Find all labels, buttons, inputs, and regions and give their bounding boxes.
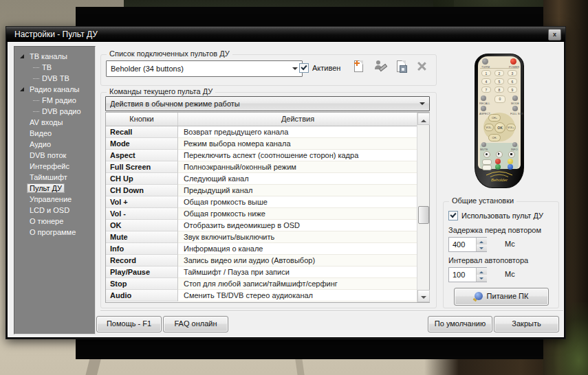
spin-down-button[interactable] — [476, 245, 487, 251]
tree-expander-icon[interactable] — [20, 87, 24, 91]
command-row[interactable]: Vol -Общая громкость ниже — [106, 208, 417, 220]
button-name-cell[interactable]: Audio — [106, 290, 178, 302]
chevron-down-icon[interactable] — [292, 67, 298, 73]
button-name-cell[interactable]: Vol - — [106, 208, 178, 220]
column-header-actions[interactable]: Действия — [178, 113, 417, 126]
command-row[interactable]: RecallВозврат предыдущего канала — [106, 126, 417, 138]
button-name-cell[interactable]: CH Up — [106, 173, 178, 185]
table-scrollbar[interactable] — [417, 113, 429, 302]
button-name-cell[interactable]: Mode — [106, 138, 178, 150]
button-name-cell[interactable]: Full Screen — [106, 161, 178, 173]
use-remote-checkbox-label: Использовать пульт ДУ — [461, 212, 543, 220]
command-row[interactable]: StopСтоп для любой записи/таймшифт/серфи… — [106, 278, 417, 290]
command-row[interactable]: CH DownПредыдущий канал — [106, 185, 417, 196]
defaults-button[interactable]: По умолчанию — [428, 316, 492, 332]
repeat-interval-value[interactable]: 100 — [453, 268, 465, 282]
sidebar-item-label: О программе — [30, 228, 76, 236]
column-header-buttons[interactable]: Кнопки — [106, 113, 178, 126]
sidebar-item-пульт-ду[interactable]: Пульт ДУ — [14, 183, 95, 194]
checkbox-box[interactable] — [299, 63, 309, 73]
action-cell[interactable]: Режим выбора номера канала — [178, 138, 417, 150]
button-name-cell[interactable]: Mute — [106, 231, 178, 243]
button-name-cell[interactable]: Vol + — [106, 196, 178, 208]
sidebar-item-тв[interactable]: ТВ — [14, 62, 95, 73]
sidebar-item-тв-каналы[interactable]: ТВ каналы — [14, 51, 95, 62]
action-cell[interactable]: Сменить ТВ/DVB стерео аудиоканал — [178, 290, 417, 302]
pc-power-button[interactable]: Питание ПК — [454, 288, 549, 306]
edit-remote-button[interactable] — [372, 58, 387, 73]
sidebar-item-аудио[interactable]: Аудио — [14, 139, 95, 150]
remote-face-panel: TV/FM POWER 123456789 0 RECALL MODE ASPE… — [478, 56, 521, 169]
button-name-cell[interactable]: Info — [106, 243, 178, 255]
command-row[interactable]: CH UpСледующий канал — [106, 173, 417, 185]
action-cell[interactable]: Звук включить/выключить — [178, 231, 417, 243]
button-name-cell[interactable]: Stop — [106, 278, 178, 290]
button-name-cell[interactable]: Aspect — [106, 150, 178, 161]
repeat-interval-spinner[interactable]: 100 — [448, 267, 487, 282]
faq-button[interactable]: FAQ онлайн — [163, 316, 228, 332]
scroll-up-arrow[interactable] — [417, 113, 430, 125]
command-row[interactable]: ModeРежим выбора номера канала — [106, 138, 417, 150]
sidebar-item-av-входы[interactable]: AV входы — [14, 117, 95, 128]
sidebar-item-о-тюнере[interactable]: О тюнере — [14, 216, 95, 227]
use-remote-checkbox[interactable]: Использовать пульт ДУ — [448, 211, 543, 220]
action-cell[interactable]: Запись видео или аудио (Автовыбор) — [178, 255, 417, 266]
spin-down-button[interactable] — [476, 275, 487, 282]
action-cell[interactable]: Общая громкость ниже — [178, 208, 417, 220]
button-name-cell[interactable]: Record — [106, 255, 178, 266]
command-row[interactable]: MuteЗвук включить/выключить — [106, 231, 417, 243]
sidebar-item-радио-каналы[interactable]: Радио каналы — [14, 84, 95, 95]
checkbox-box[interactable] — [448, 211, 458, 220]
tree-expander-icon[interactable] — [20, 54, 24, 58]
sidebar-item-label: DVB поток — [30, 151, 66, 159]
command-row[interactable]: AudioСменить ТВ/DVB стерео аудиоканал — [106, 290, 417, 302]
sidebar-item-о-программе[interactable]: О программе — [14, 227, 95, 238]
save-remote-button[interactable] — [393, 58, 409, 73]
help-button[interactable]: Помощь - F1 — [96, 316, 162, 332]
close-window-button[interactable]: x — [548, 29, 561, 41]
active-checkbox[interactable]: Активен — [299, 63, 340, 73]
repeat-delay-spinner[interactable]: 400 — [448, 237, 487, 252]
sidebar-item-lcd-и-osd[interactable]: LCD и OSD — [14, 205, 95, 216]
action-cell[interactable]: Стоп для любой записи/таймшифт/серфинг — [178, 278, 417, 290]
title-bar[interactable]: Настройки - Пульт ДУ x — [6, 27, 565, 42]
new-remote-button[interactable] — [351, 58, 366, 73]
scroll-down-arrow[interactable] — [417, 290, 430, 302]
command-mode-select[interactable]: Действия в обычном режиме работы — [105, 96, 430, 111]
sidebar-item-видео[interactable]: Видео — [14, 128, 95, 139]
scrollbar-thumb[interactable] — [418, 206, 429, 224]
action-cell[interactable]: Следующий канал — [178, 173, 417, 185]
action-cell[interactable]: Таймшифт / Пауза при записи — [178, 266, 417, 278]
action-cell[interactable]: Переключить аспект (соотношение сторон) … — [178, 150, 417, 161]
command-row[interactable]: Vol +Общая громкость выше — [106, 196, 417, 208]
action-cell[interactable]: Предыдущий канал — [178, 185, 417, 196]
repeat-delay-value[interactable]: 400 — [453, 238, 465, 251]
delete-remote-button[interactable] — [414, 58, 429, 73]
action-cell[interactable]: Общая громкость выше — [178, 196, 417, 208]
sidebar-item-управление[interactable]: Управление — [14, 194, 95, 205]
action-cell[interactable]: Возврат предыдущего канала — [178, 126, 417, 138]
close-button[interactable]: Закрыть — [494, 316, 559, 332]
action-cell[interactable]: Информация о канале — [178, 243, 417, 255]
action-cell[interactable]: Отобразить видеомикшер в OSD — [178, 220, 417, 231]
sidebar-item-таймшифт[interactable]: Таймшифт — [14, 172, 95, 183]
command-row[interactable]: AspectПереключить аспект (соотношение ст… — [106, 150, 417, 161]
command-row[interactable]: OKОтобразить видеомикшер в OSD — [106, 220, 417, 231]
remotes-group-title: Список подключенных пультов ДУ — [107, 49, 232, 58]
chevron-down-icon[interactable] — [420, 102, 425, 108]
action-cell[interactable]: Полноэкранный/оконный режим — [178, 161, 417, 173]
sidebar-item-dvb-радио[interactable]: DVB радио — [14, 106, 95, 117]
command-row[interactable]: InfoИнформация о канале — [106, 243, 417, 255]
sidebar-item-dvb-поток[interactable]: DVB поток — [14, 150, 95, 161]
button-name-cell[interactable]: Recall — [106, 126, 178, 138]
remote-select[interactable]: Beholder (34 buttons) — [106, 60, 303, 77]
button-name-cell[interactable]: Play/Pause — [106, 266, 178, 278]
command-row[interactable]: Full ScreenПолноэкранный/оконный режим — [106, 161, 417, 173]
button-name-cell[interactable]: OK — [106, 220, 178, 231]
command-row[interactable]: Play/PauseТаймшифт / Пауза при записи — [106, 266, 417, 278]
button-name-cell[interactable]: CH Down — [106, 185, 178, 196]
command-row[interactable]: RecordЗапись видео или аудио (Автовыбор) — [106, 255, 417, 266]
sidebar-item-dvb-тв[interactable]: DVB ТВ — [14, 73, 95, 84]
sidebar-item-интерфейс[interactable]: Интерфейс — [14, 161, 95, 172]
sidebar-item-fm-радио[interactable]: FM радио — [14, 95, 95, 106]
